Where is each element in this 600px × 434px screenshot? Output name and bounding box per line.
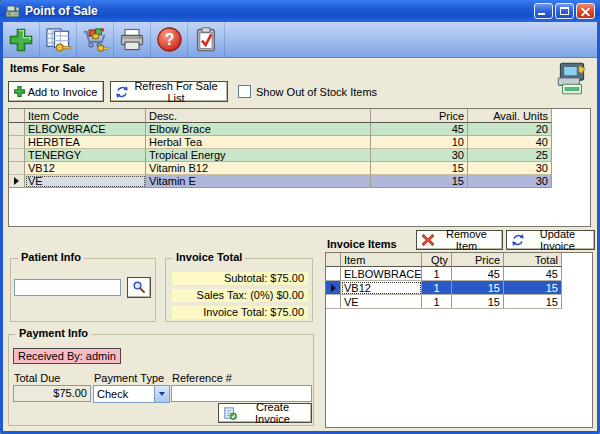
invoice-total-value: Invoice Total: $75.00 (172, 306, 308, 319)
item-list-icon (44, 26, 72, 54)
table-row[interactable]: ELBOWBRACE 1 45 45 (326, 267, 592, 281)
patient-search-input[interactable] (14, 279, 121, 296)
cell-price[interactable]: 45 (371, 123, 468, 136)
patient-search-button[interactable] (127, 277, 151, 298)
cell-item[interactable]: VB12 (341, 281, 422, 295)
payment-type-select[interactable]: Check (93, 385, 170, 403)
table-row[interactable]: HERBTEA Herbal Tea 10 40 (9, 136, 590, 149)
pos-terminal-icon (553, 60, 591, 96)
col-item-code[interactable]: Item Code (25, 109, 146, 123)
toolbar-add-button[interactable] (3, 22, 40, 57)
toolbar-print-button[interactable] (114, 22, 151, 57)
cell-price[interactable]: 15 (371, 175, 468, 188)
cell-avail[interactable]: 30 (468, 162, 552, 175)
col-avail-units[interactable]: Avail. Units (468, 109, 552, 123)
row-selector-arrow-icon (14, 177, 19, 185)
toolbar-item-list-button[interactable] (40, 22, 77, 57)
cell-avail[interactable]: 20 (468, 123, 552, 136)
items-for-sale-grid[interactable]: Item Code Desc. Price Avail. Units ELBOW… (8, 108, 591, 227)
toolbar: ? (3, 22, 597, 58)
cell-code[interactable]: VB12 (25, 162, 146, 175)
titlebar[interactable]: Point of Sale (0, 0, 600, 22)
print-icon (118, 26, 146, 54)
remove-item-button[interactable]: Remove Item (416, 230, 503, 250)
show-out-of-stock-label: Show Out of Stock Items (256, 86, 377, 98)
payment-type-value: Check (94, 388, 154, 400)
toolbar-help-button[interactable]: ? (151, 22, 188, 57)
received-by-badge: Received By: admin (13, 348, 121, 364)
table-row[interactable]: ELBOWBRACE Elbow Brace 45 20 (9, 123, 590, 136)
cell-price[interactable]: 10 (371, 136, 468, 149)
cell-avail[interactable]: 30 (468, 175, 552, 188)
window-title: Point of Sale (25, 4, 98, 18)
payment-info-title: Payment Info (16, 327, 91, 339)
toolbar-checklist-button[interactable] (188, 22, 225, 57)
items-for-sale-title: Items For Sale (10, 62, 85, 74)
help-icon: ? (156, 26, 183, 53)
cell-desc[interactable]: Elbow Brace (146, 123, 371, 136)
cell-price[interactable]: 15 (371, 162, 468, 175)
cell-code[interactable]: HERBTEA (25, 136, 146, 149)
col-item[interactable]: Item (341, 253, 422, 267)
dropdown-button[interactable] (154, 386, 169, 402)
cell-desc[interactable]: Herbal Tea (146, 136, 371, 149)
table-row[interactable]: VB12 Vitamin B12 15 30 (9, 162, 590, 175)
cell-item[interactable]: ELBOWBRACE (341, 267, 422, 281)
add-to-invoice-label: Add to Invoice (26, 86, 99, 98)
cell-item[interactable]: VE (341, 295, 422, 309)
cell-avail[interactable]: 25 (468, 149, 552, 162)
col-price[interactable]: Price (371, 109, 468, 123)
cell-total[interactable]: 15 (504, 281, 562, 295)
row-selector-arrow-icon (331, 284, 336, 292)
cell-price[interactable]: 30 (371, 149, 468, 162)
col-price[interactable]: Price (452, 253, 504, 267)
add-to-invoice-button[interactable]: Add to Invoice (8, 81, 104, 102)
cell-qty[interactable]: 1 (422, 281, 452, 295)
create-invoice-button[interactable]: Create Invoice (218, 403, 312, 423)
cell-qty[interactable]: 1 (422, 295, 452, 309)
cell-avail[interactable]: 40 (468, 136, 552, 149)
table-row-selected[interactable]: VB12 1 15 15 (326, 281, 592, 295)
update-invoice-label: Update Invoice (525, 228, 590, 252)
maximize-button[interactable] (555, 3, 574, 19)
cell-code[interactable]: TENERGY (25, 149, 146, 162)
cell-desc[interactable]: Tropical Energy (146, 149, 371, 162)
remove-item-label: Remove Item (435, 228, 498, 252)
cell-price[interactable]: 15 (452, 295, 504, 309)
table-row[interactable]: TENERGY Tropical Energy 30 25 (9, 149, 590, 162)
maximize-icon (560, 7, 569, 15)
selector-header (326, 253, 341, 267)
refresh-icon (115, 85, 129, 99)
refresh-for-sale-list-button[interactable]: Refresh For Sale List (110, 81, 228, 102)
close-icon (577, 4, 594, 18)
items-grid-header: Item Code Desc. Price Avail. Units (9, 109, 590, 123)
add-icon (7, 26, 35, 54)
col-desc[interactable]: Desc. (146, 109, 371, 123)
toolbar-cart-button[interactable] (77, 22, 114, 57)
cell-code[interactable]: VE (25, 175, 146, 188)
add-icon (13, 85, 26, 98)
reference-input[interactable] (171, 385, 312, 402)
shopping-cart-icon (81, 26, 109, 54)
create-invoice-icon (223, 406, 238, 421)
cell-desc[interactable]: Vitamin E (146, 175, 371, 188)
table-row[interactable]: VE 1 15 15 (326, 295, 592, 309)
checklist-icon (193, 26, 220, 53)
cell-code[interactable]: ELBOWBRACE (25, 123, 146, 136)
col-qty[interactable]: Qty (422, 253, 452, 267)
cell-total[interactable]: 15 (504, 295, 562, 309)
chevron-down-icon (159, 392, 165, 396)
cell-price[interactable]: 15 (452, 281, 504, 295)
cell-total[interactable]: 45 (504, 267, 562, 281)
col-total[interactable]: Total (504, 253, 562, 267)
sales-tax-value: Sales Tax: (0%) $0.00 (172, 289, 308, 302)
minimize-button[interactable] (534, 3, 553, 19)
cell-price[interactable]: 45 (452, 267, 504, 281)
update-invoice-button[interactable]: Update Invoice (506, 230, 595, 250)
show-out-of-stock-checkbox[interactable] (238, 85, 251, 98)
close-button[interactable] (576, 3, 595, 19)
invoice-items-grid[interactable]: Item Qty Price Total ELBOWBRACE 1 45 45 … (325, 252, 593, 428)
table-row-selected[interactable]: VE Vitamin E 15 30 (9, 175, 590, 188)
cell-qty[interactable]: 1 (422, 267, 452, 281)
cell-desc[interactable]: Vitamin B12 (146, 162, 371, 175)
